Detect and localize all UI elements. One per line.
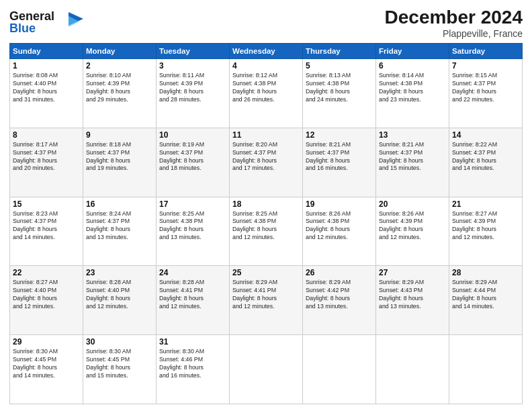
day-number: 5 [306,61,373,71]
calendar-week-row: 22Sunrise: 8:27 AM Sunset: 4:40 PM Dayli… [10,266,523,335]
day-number: 28 [452,268,519,277]
day-number: 3 [159,61,226,71]
day-number: 11 [232,130,300,140]
day-number: 29 [13,337,80,347]
day-info: Sunrise: 8:10 AM Sunset: 4:39 PM Dayligh… [86,72,153,104]
calendar-cell: 20Sunrise: 8:26 AM Sunset: 4:39 PM Dayli… [376,197,449,266]
day-number: 31 [159,337,226,347]
day-number: 16 [86,199,153,209]
day-info: Sunrise: 8:28 AM Sunset: 4:40 PM Dayligh… [86,279,153,311]
day-info: Sunrise: 8:26 AM Sunset: 4:38 PM Dayligh… [306,210,373,242]
svg-text:Blue: Blue [9,21,36,35]
day-number: 13 [379,130,446,140]
month-title: December 2024 [385,7,523,28]
calendar-cell: 5Sunrise: 8:13 AM Sunset: 4:38 PM Daylig… [303,59,376,128]
day-info: Sunrise: 8:08 AM Sunset: 4:40 PM Dayligh… [13,72,80,104]
calendar-cell: 15Sunrise: 8:23 AM Sunset: 4:37 PM Dayli… [10,197,83,266]
weekday-header: Wednesday [230,44,303,59]
day-info: Sunrise: 8:29 AM Sunset: 4:43 PM Dayligh… [379,279,446,311]
calendar-cell: 2Sunrise: 8:10 AM Sunset: 4:39 PM Daylig… [83,59,157,128]
calendar-cell: 6Sunrise: 8:14 AM Sunset: 4:38 PM Daylig… [376,59,449,128]
day-info: Sunrise: 8:30 AM Sunset: 4:45 PM Dayligh… [13,348,80,380]
day-number: 21 [452,199,519,209]
day-info: Sunrise: 8:14 AM Sunset: 4:38 PM Dayligh… [379,72,446,104]
day-info: Sunrise: 8:26 AM Sunset: 4:39 PM Dayligh… [379,210,446,242]
calendar-cell [376,335,449,404]
logo: General Blue [9,7,83,39]
calendar-cell: 31Sunrise: 8:30 AM Sunset: 4:46 PM Dayli… [157,335,230,404]
day-number: 27 [379,268,446,277]
header-row: SundayMondayTuesdayWednesdayThursdayFrid… [10,44,523,59]
calendar-cell: 9Sunrise: 8:18 AM Sunset: 4:37 PM Daylig… [83,128,157,197]
weekday-header: Saturday [449,44,523,59]
day-info: Sunrise: 8:29 AM Sunset: 4:41 PM Dayligh… [232,279,300,311]
calendar-cell [230,335,303,404]
weekday-header: Sunday [10,44,83,59]
calendar-table: SundayMondayTuesdayWednesdayThursdayFrid… [9,43,523,404]
calendar-cell: 4Sunrise: 8:12 AM Sunset: 4:38 PM Daylig… [230,59,303,128]
calendar-cell: 14Sunrise: 8:22 AM Sunset: 4:37 PM Dayli… [449,128,523,197]
day-info: Sunrise: 8:28 AM Sunset: 4:41 PM Dayligh… [159,279,226,311]
day-number: 22 [13,268,80,277]
calendar-cell: 12Sunrise: 8:21 AM Sunset: 4:37 PM Dayli… [303,128,376,197]
header: General Blue December 2024 Plappeville, … [9,7,523,39]
day-number: 17 [159,199,226,209]
day-info: Sunrise: 8:21 AM Sunset: 4:37 PM Dayligh… [306,141,373,173]
day-info: Sunrise: 8:20 AM Sunset: 4:37 PM Dayligh… [232,141,300,173]
day-info: Sunrise: 8:29 AM Sunset: 4:44 PM Dayligh… [452,279,519,311]
day-number: 30 [86,337,153,347]
day-info: Sunrise: 8:24 AM Sunset: 4:37 PM Dayligh… [86,210,153,242]
calendar-cell: 26Sunrise: 8:29 AM Sunset: 4:42 PM Dayli… [303,266,376,335]
day-number: 4 [232,61,300,71]
calendar-cell: 22Sunrise: 8:27 AM Sunset: 4:40 PM Dayli… [10,266,83,335]
day-number: 7 [452,61,519,71]
svg-text:General: General [9,9,54,23]
calendar-cell: 1Sunrise: 8:08 AM Sunset: 4:40 PM Daylig… [10,59,83,128]
calendar-cell: 28Sunrise: 8:29 AM Sunset: 4:44 PM Dayli… [449,266,523,335]
day-info: Sunrise: 8:21 AM Sunset: 4:37 PM Dayligh… [379,141,446,173]
day-info: Sunrise: 8:15 AM Sunset: 4:37 PM Dayligh… [452,72,519,104]
day-number: 1 [13,61,80,71]
day-info: Sunrise: 8:30 AM Sunset: 4:46 PM Dayligh… [159,348,226,380]
calendar-cell: 27Sunrise: 8:29 AM Sunset: 4:43 PM Dayli… [376,266,449,335]
calendar-cell [449,335,523,404]
day-info: Sunrise: 8:17 AM Sunset: 4:37 PM Dayligh… [13,141,80,173]
weekday-header: Tuesday [157,44,230,59]
title-area: December 2024 Plappeville, France [385,7,523,39]
calendar-cell: 3Sunrise: 8:11 AM Sunset: 4:39 PM Daylig… [157,59,230,128]
day-info: Sunrise: 8:11 AM Sunset: 4:39 PM Dayligh… [159,72,226,104]
day-number: 14 [452,130,519,140]
day-number: 2 [86,61,153,71]
day-info: Sunrise: 8:27 AM Sunset: 4:39 PM Dayligh… [452,210,519,242]
calendar-cell: 23Sunrise: 8:28 AM Sunset: 4:40 PM Dayli… [83,266,157,335]
day-info: Sunrise: 8:30 AM Sunset: 4:45 PM Dayligh… [86,348,153,380]
day-number: 23 [86,268,153,277]
calendar-cell: 16Sunrise: 8:24 AM Sunset: 4:37 PM Dayli… [83,197,157,266]
day-info: Sunrise: 8:13 AM Sunset: 4:38 PM Dayligh… [306,72,373,104]
day-number: 24 [159,268,226,277]
day-number: 26 [306,268,373,277]
weekday-header: Friday [376,44,449,59]
day-info: Sunrise: 8:18 AM Sunset: 4:37 PM Dayligh… [86,141,153,173]
day-info: Sunrise: 8:23 AM Sunset: 4:37 PM Dayligh… [13,210,80,242]
calendar-cell: 19Sunrise: 8:26 AM Sunset: 4:38 PM Dayli… [303,197,376,266]
calendar-week-row: 15Sunrise: 8:23 AM Sunset: 4:37 PM Dayli… [10,197,523,266]
day-number: 8 [13,130,80,140]
day-number: 15 [13,199,80,209]
day-number: 12 [306,130,373,140]
calendar-week-row: 29Sunrise: 8:30 AM Sunset: 4:45 PM Dayli… [10,335,523,404]
calendar-cell: 13Sunrise: 8:21 AM Sunset: 4:37 PM Dayli… [376,128,449,197]
calendar-cell: 21Sunrise: 8:27 AM Sunset: 4:39 PM Dayli… [449,197,523,266]
day-info: Sunrise: 8:12 AM Sunset: 4:38 PM Dayligh… [232,72,300,104]
day-number: 10 [159,130,226,140]
weekday-header: Thursday [303,44,376,59]
calendar-cell: 29Sunrise: 8:30 AM Sunset: 4:45 PM Dayli… [10,335,83,404]
calendar-cell: 25Sunrise: 8:29 AM Sunset: 4:41 PM Dayli… [230,266,303,335]
logo-svg: General Blue [9,7,83,36]
day-info: Sunrise: 8:22 AM Sunset: 4:37 PM Dayligh… [452,141,519,173]
calendar-cell: 8Sunrise: 8:17 AM Sunset: 4:37 PM Daylig… [10,128,83,197]
day-info: Sunrise: 8:25 AM Sunset: 4:38 PM Dayligh… [159,210,226,242]
day-number: 18 [232,199,300,209]
calendar-cell: 10Sunrise: 8:19 AM Sunset: 4:37 PM Dayli… [157,128,230,197]
calendar-cell: 11Sunrise: 8:20 AM Sunset: 4:37 PM Dayli… [230,128,303,197]
